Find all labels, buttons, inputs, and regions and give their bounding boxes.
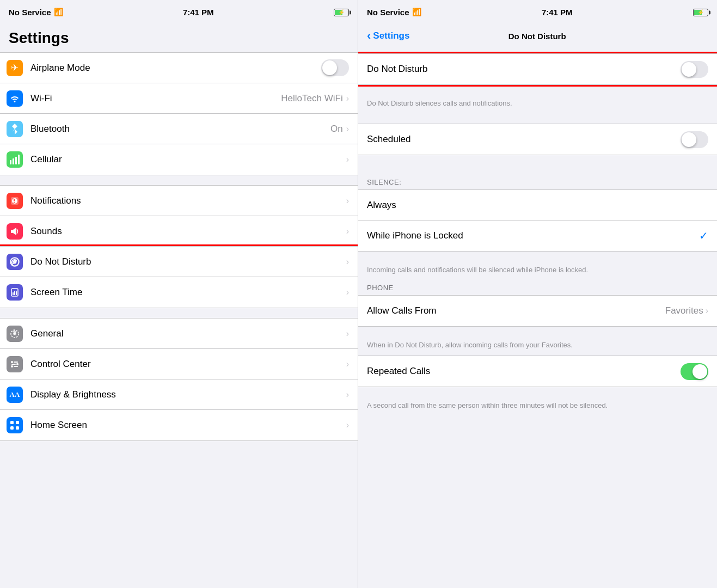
sounds-label: Sounds — [30, 226, 346, 237]
row-display-brightness[interactable]: AA Display & Brightness › — [0, 379, 358, 410]
svg-marker-9 — [13, 228, 16, 235]
repeated-calls-toggle[interactable] — [681, 363, 708, 380]
screen-time-icon — [7, 284, 23, 301]
svg-rect-13 — [16, 291, 17, 295]
status-right-right: ⚡ — [693, 8, 708, 17]
while-locked-label: While iPhone is Locked — [367, 230, 699, 241]
svg-rect-0 — [10, 160, 11, 164]
general-icon — [7, 326, 23, 342]
svg-rect-22 — [14, 366, 18, 367]
row-wifi[interactable]: Wi-Fi HelloTech WiFi › — [0, 83, 358, 114]
cellular-label: Cellular — [30, 154, 346, 165]
display-brightness-icon: AA — [7, 387, 23, 403]
wifi-chevron: › — [346, 94, 349, 103]
bluetooth-icon — [7, 121, 23, 137]
dnd-nav-title: Do Not Disturb — [508, 32, 566, 41]
dnd-toggle-section: Do Not Disturb — [358, 53, 717, 85]
dnd-content: Do Not Disturb Do Not Disturb silences c… — [358, 48, 717, 588]
home-screen-label: Home Screen — [30, 420, 346, 431]
wifi-value: HelloTech WiFi — [281, 93, 342, 104]
svg-rect-20 — [11, 364, 16, 365]
spacer2 — [358, 165, 717, 175]
repeated-calls-section: Repeated Calls — [358, 356, 717, 387]
row-screen-time[interactable]: Screen Time › — [0, 277, 358, 308]
status-time-left: 7:41 PM — [183, 8, 214, 17]
row-notifications[interactable]: Notifications › — [0, 186, 358, 216]
scheduled-row[interactable]: Scheduled — [358, 124, 717, 155]
dnd-main-toggle[interactable] — [681, 61, 708, 78]
battery-icon-right: ⚡ — [693, 8, 708, 17]
svg-point-21 — [11, 365, 13, 367]
row-control-center[interactable]: Control Center › — [0, 349, 358, 379]
status-right-left: ⚡ — [334, 8, 349, 17]
notifications-icon — [7, 193, 23, 209]
general-label: General — [30, 328, 346, 339]
svg-point-7 — [14, 202, 15, 203]
row-airplane-mode[interactable]: ✈ Airplane Mode — [0, 53, 358, 83]
battery-icon-left: ⚡ — [334, 8, 349, 17]
dnd-panel: No Service 📶 7:41 PM ⚡ ‹ Settings Do Not… — [358, 0, 717, 588]
allow-calls-label: Allow Calls From — [367, 305, 665, 316]
phone-header: PHONE — [358, 280, 717, 295]
dnd-main-label: Do Not Disturb — [367, 64, 681, 75]
svg-rect-1 — [13, 158, 14, 164]
svg-rect-6 — [14, 199, 15, 201]
bluetooth-label: Bluetooth — [30, 124, 330, 134]
wifi-settings-icon — [7, 90, 23, 107]
control-center-label: Control Center — [30, 359, 346, 370]
screen-time-chevron: › — [346, 287, 349, 297]
home-screen-chevron: › — [346, 420, 349, 430]
back-button[interactable]: ‹ Settings — [367, 30, 409, 42]
back-chevron-icon: ‹ — [367, 30, 371, 42]
no-service-right: No Service — [367, 8, 409, 17]
row-bluetooth[interactable]: Bluetooth On › — [0, 114, 358, 144]
notifications-chevron: › — [346, 196, 349, 206]
status-bar-right: No Service 📶 7:41 PM ⚡ — [358, 0, 717, 24]
wifi-label: Wi-Fi — [30, 93, 281, 104]
section-notifications: Notifications › Sounds › — [0, 185, 358, 308]
svg-rect-12 — [14, 291, 15, 295]
control-center-chevron: › — [346, 359, 349, 369]
top-spacer — [358, 48, 717, 53]
row-home-screen[interactable]: Home Screen › — [0, 410, 358, 440]
while-locked-checkmark: ✓ — [699, 229, 708, 242]
scheduled-toggle[interactable] — [681, 131, 708, 148]
repeated-calls-description: A second call from the same person withi… — [358, 397, 717, 416]
general-chevron: › — [346, 329, 349, 339]
screen-time-label: Screen Time — [30, 287, 346, 298]
repeated-calls-row[interactable]: Repeated Calls — [358, 356, 717, 387]
svg-rect-2 — [15, 157, 17, 164]
row-cellular[interactable]: Cellular › — [0, 144, 358, 175]
do-not-disturb-icon — [7, 254, 23, 270]
no-service-text: No Service — [9, 8, 51, 17]
bluetooth-value: On — [330, 124, 343, 134]
repeated-calls-label: Repeated Calls — [367, 366, 681, 377]
dnd-navbar: ‹ Settings Do Not Disturb — [358, 24, 717, 48]
cellular-icon — [7, 151, 23, 168]
bluetooth-chevron: › — [346, 124, 349, 134]
do-not-disturb-label: Do Not Disturb — [30, 256, 346, 267]
airplane-mode-icon: ✈ — [7, 60, 23, 76]
while-locked-row[interactable]: While iPhone is Locked ✓ — [358, 220, 717, 251]
row-do-not-disturb[interactable]: Do Not Disturb › — [0, 247, 358, 277]
always-label: Always — [367, 200, 708, 211]
back-label[interactable]: Settings — [373, 30, 409, 41]
always-row[interactable]: Always — [358, 190, 717, 220]
row-sounds[interactable]: Sounds › — [0, 216, 358, 247]
display-brightness-label: Display & Brightness — [30, 389, 346, 400]
airplane-mode-toggle[interactable] — [321, 59, 349, 76]
status-left-right: No Service 📶 — [367, 8, 421, 17]
svg-point-15 — [14, 333, 16, 335]
settings-panel: No Service 📶 7:41 PM ⚡ Settings ✈ Airpla… — [0, 0, 358, 588]
settings-list: ✈ Airplane Mode Wi-Fi HelloTech WiFi › — [0, 52, 358, 588]
settings-title: Settings — [0, 24, 358, 52]
section-connectivity: ✈ Airplane Mode Wi-Fi HelloTech WiFi › — [0, 52, 358, 175]
dnd-main-row[interactable]: Do Not Disturb — [358, 54, 717, 84]
row-general[interactable]: General › — [0, 318, 358, 349]
cellular-chevron: › — [346, 155, 349, 164]
allow-calls-row[interactable]: Allow Calls From Favorites › — [358, 296, 717, 326]
phone-section: Allow Calls From Favorites › — [358, 295, 717, 327]
silence-section: Always While iPhone is Locked ✓ — [358, 189, 717, 252]
svg-rect-8 — [11, 230, 13, 233]
home-screen-icon — [7, 417, 23, 433]
